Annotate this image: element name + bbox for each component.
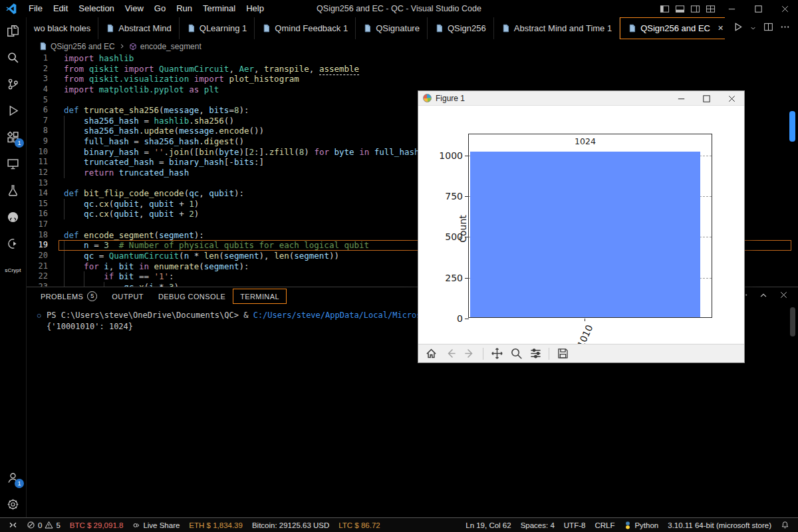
remote-explorer-button[interactable] <box>0 150 26 177</box>
line-number[interactable]: 5 <box>27 95 48 106</box>
toggle-secondary-sidebar-button[interactable] <box>688 0 703 17</box>
line-number[interactable]: 21 <box>27 261 48 272</box>
accounts-button[interactable]: 1 <box>0 464 26 491</box>
save-button[interactable] <box>555 346 570 361</box>
window-minimize-button[interactable] <box>718 0 745 17</box>
tab-qlearning-1[interactable]: QLearning 1 <box>180 17 255 39</box>
line-number[interactable]: 18 <box>27 230 48 241</box>
line-number[interactable]: 8 <box>27 126 48 136</box>
line-number[interactable]: 23 <box>27 282 48 287</box>
line-number[interactable]: 22 <box>27 271 48 282</box>
code-line-2[interactable]: 2from qiskit import QuantumCircuit, Aer,… <box>27 64 798 74</box>
line-number[interactable]: 10 <box>27 147 48 158</box>
tab-wo-black-holes[interactable]: wo black holes <box>27 17 98 39</box>
figure-maximize-button[interactable] <box>694 91 719 106</box>
zoom-button[interactable] <box>509 346 523 361</box>
line-number[interactable]: 14 <box>27 188 48 199</box>
home-button[interactable] <box>424 346 438 361</box>
menu-terminal[interactable]: Terminal <box>198 0 241 17</box>
menu-edit[interactable]: Edit <box>48 0 73 17</box>
more-actions-button[interactable] <box>780 22 790 35</box>
split-editor-button[interactable] <box>763 22 773 35</box>
problems-status[interactable]: 0 5 <box>27 521 61 529</box>
search-button[interactable] <box>0 44 26 70</box>
remote-indicator[interactable] <box>9 521 17 529</box>
live-share-button[interactable] <box>0 230 26 257</box>
line-number[interactable]: 15 <box>27 199 48 209</box>
settings-gear-button[interactable] <box>0 491 26 517</box>
line-number[interactable]: 9 <box>27 136 48 147</box>
toggle-panel-button[interactable] <box>672 0 688 17</box>
panel-tab-debug-console[interactable]: DEBUG CONSOLE <box>151 289 233 304</box>
menu-file[interactable]: File <box>23 0 48 17</box>
figure-title-bar[interactable]: Figure 1 <box>418 91 744 106</box>
ltc-ticker[interactable]: LTC $ 86.72 <box>338 521 380 529</box>
run-dropdown-button[interactable] <box>749 23 757 35</box>
tab-abstract-mind-and-time-1[interactable]: Abstract Mind and Time 1 <box>494 17 620 39</box>
line-number[interactable]: 1 <box>27 53 48 64</box>
line-number[interactable]: 11 <box>27 157 48 168</box>
extensions-button[interactable]: 1 <box>0 124 26 150</box>
line-number[interactable]: 7 <box>27 116 48 126</box>
customize-layout-button[interactable] <box>703 0 718 17</box>
forward-button[interactable] <box>462 346 477 361</box>
figure-minimize-button[interactable] <box>668 91 694 106</box>
figure-close-button[interactable] <box>719 91 744 106</box>
breadcrumb-file[interactable]: QSign256 and EC <box>51 42 115 51</box>
line-number[interactable]: 20 <box>27 251 48 261</box>
menu-selection[interactable]: Selection <box>73 0 119 17</box>
run-python-button[interactable] <box>733 22 743 35</box>
indentation-status[interactable]: Spaces: 4 <box>521 521 555 529</box>
menu-go[interactable]: Go <box>149 0 171 17</box>
btc-ticker[interactable]: BTC $ 29,091.8 <box>70 521 124 529</box>
cursor-position[interactable]: Ln 19, Col 62 <box>466 521 511 529</box>
breadcrumb-symbol[interactable]: encode_segment <box>140 42 201 51</box>
editor-scrollbar-thumb[interactable] <box>789 111 795 142</box>
eol-status[interactable]: CRLF <box>595 521 614 529</box>
bitcoin-rate[interactable]: Bitcoin: 29125.63 USD <box>252 521 329 529</box>
code-line-3[interactable]: 3from qiskit.visualization import plot_h… <box>27 74 798 84</box>
code-line-1[interactable]: 1import hashlib <box>27 53 798 64</box>
python-interpreter[interactable]: 3.10.11 64-bit (microsoft store) <box>668 521 771 529</box>
testing-button[interactable] <box>0 177 26 203</box>
panel-tab-problems[interactable]: PROBLEMS5 <box>33 289 104 304</box>
maximize-panel-button[interactable] <box>759 291 768 303</box>
line-number[interactable]: 3 <box>27 74 48 84</box>
panel-tab-output[interactable]: OUTPUT <box>104 289 151 304</box>
line-number[interactable]: 17 <box>27 219 48 230</box>
explorer-button[interactable] <box>0 17 26 44</box>
eth-ticker[interactable]: ETH $ 1,834.39 <box>189 521 243 529</box>
tab-qmind-feedback-1[interactable]: Qmind Feedback 1 <box>255 17 356 39</box>
window-maximize-button[interactable] <box>745 0 771 17</box>
line-number[interactable]: 4 <box>27 84 48 95</box>
encoding-status[interactable]: UTF-8 <box>564 521 586 529</box>
panel-tab-terminal[interactable]: TERMINAL <box>233 289 287 304</box>
panel-scrollbar-thumb[interactable] <box>790 307 795 336</box>
menu-help[interactable]: Help <box>241 0 269 17</box>
back-button[interactable] <box>443 346 458 361</box>
toggle-primary-sidebar-button[interactable] <box>657 0 672 17</box>
live-share-button[interactable]: Live Share <box>132 521 180 529</box>
line-number[interactable]: 13 <box>27 178 48 189</box>
close-icon[interactable]: ✕ <box>718 24 724 33</box>
github-button[interactable] <box>0 203 26 230</box>
notifications-button[interactable] <box>781 521 789 529</box>
tab-abstract-mind[interactable]: Abstract Mind <box>98 17 179 39</box>
line-number[interactable]: 6 <box>27 105 48 116</box>
tab-qsign256-and-ec[interactable]: QSign256 and EC✕ <box>620 17 725 39</box>
window-close-button[interactable] <box>771 0 798 17</box>
language-mode[interactable]: Python <box>624 521 658 529</box>
run-debug-button[interactable] <box>0 97 26 124</box>
line-number[interactable]: 16 <box>27 209 48 219</box>
source-control-button[interactable] <box>0 70 26 97</box>
tab-qsignature[interactable]: QSignature <box>356 17 428 39</box>
tab-qsign256[interactable]: QSign256 <box>428 17 494 39</box>
line-number[interactable]: 2 <box>27 64 48 74</box>
scrypt-button[interactable]: sCrypt <box>0 257 26 283</box>
configure-subplots-button[interactable] <box>528 346 543 361</box>
menu-run[interactable]: Run <box>171 0 198 17</box>
pan-button[interactable] <box>489 346 504 361</box>
line-number[interactable]: 19 <box>27 240 48 251</box>
close-button[interactable] <box>779 290 789 303</box>
line-number[interactable]: 12 <box>27 168 48 178</box>
